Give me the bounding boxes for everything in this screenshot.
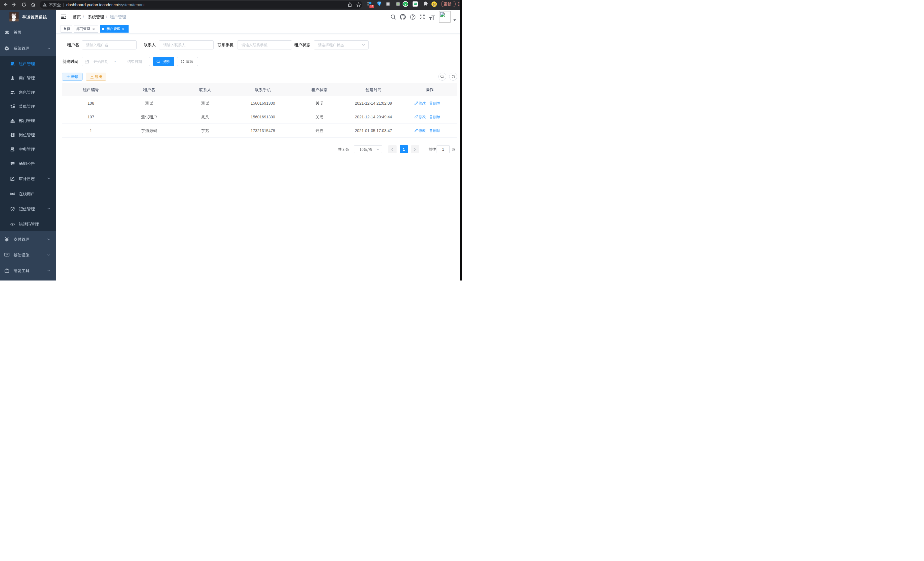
svg-text:y: y (405, 2, 406, 6)
